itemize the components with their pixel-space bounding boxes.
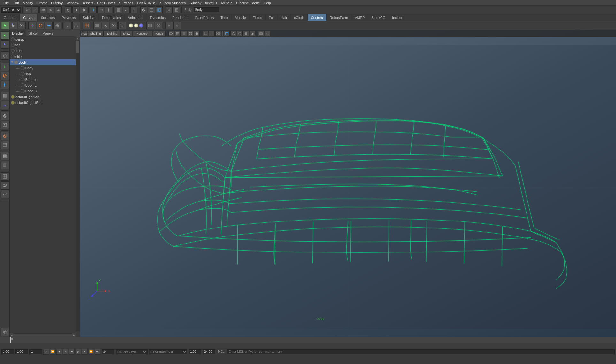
tool-snap-curve-btn[interactable] (102, 22, 109, 29)
toolbar-btn-ft[interactable]: FT (32, 6, 39, 13)
toolbar-snap-curve-btn[interactable] (123, 6, 130, 13)
tool-scale-mode-btn[interactable] (1, 81, 9, 89)
vp-menu-shading[interactable]: Shading (88, 31, 104, 36)
tool-paint-select-btn[interactable] (18, 22, 26, 29)
tool-snap-view-btn[interactable] (118, 22, 126, 29)
mel-input[interactable] (227, 349, 615, 354)
menu-pipeline-cache[interactable]: Pipeline Cache (234, 0, 262, 6)
outliner-item-top-child[interactable]: —○ Top (10, 71, 80, 77)
pb-last-frame-btn[interactable]: ⏭ (95, 349, 100, 355)
tab-rendering[interactable]: Rendering (169, 14, 192, 21)
menu-edit-nurbs[interactable]: Edit NURBS (135, 0, 158, 6)
vp-smooth-preview-btn[interactable] (243, 31, 249, 36)
toolbar-snap-grid-btn[interactable] (115, 6, 122, 13)
menu-modify[interactable]: Modify (21, 0, 35, 6)
toolbar-btn-cp[interactable]: CP (24, 6, 31, 13)
toolbar-history-btn[interactable] (140, 6, 147, 13)
outliner-item-persp[interactable]: persp (10, 36, 80, 42)
tab-deformation[interactable]: Deformation (99, 14, 125, 21)
toolbar-lasso-btn[interactable] (72, 6, 79, 13)
tab-muscle[interactable]: Muscle (232, 14, 250, 21)
tab-curves[interactable]: Curves (20, 14, 38, 21)
tool-soft-mod-btn[interactable] (64, 22, 72, 29)
tool-universal-btn[interactable] (53, 22, 61, 29)
menu-ticket01[interactable]: ticket01 (204, 0, 219, 6)
toolbar-rotate-btn[interactable] (97, 6, 104, 13)
toolbar-scale-btn[interactable] (105, 6, 112, 13)
tool-select-btn[interactable] (1, 22, 9, 29)
tab-fur[interactable]: Fur (266, 14, 278, 21)
vp-menu-panels[interactable]: Panels (153, 31, 166, 36)
character-set-select[interactable]: No Character Set (149, 349, 187, 354)
toolbar-xray-btn[interactable] (166, 6, 173, 13)
tab-fluids[interactable]: Fluids (250, 14, 266, 21)
vp-viewport4-btn[interactable] (215, 31, 221, 36)
outliner-vscrollbar[interactable]: ▲ (76, 36, 80, 331)
current-time-input[interactable]: 1.00 (15, 349, 28, 354)
tool-boolean-btn[interactable] (1, 181, 9, 190)
tab-stockcg[interactable]: StockCG (368, 14, 389, 21)
object-name-input[interactable] (194, 7, 219, 12)
tool-edit-btn[interactable] (1, 328, 9, 336)
tool-component-mode-btn[interactable] (1, 40, 9, 49)
tool-paint-selection-btn[interactable] (1, 51, 9, 60)
vp-menu-show[interactable]: Show (121, 31, 132, 36)
pb-next-frame-btn[interactable]: ▶ (82, 349, 88, 355)
tab-dynamics[interactable]: Dynamics (147, 14, 169, 21)
tool-rotate-mode-btn[interactable] (1, 72, 9, 80)
timeline-playhead[interactable] (10, 337, 11, 343)
menu-edit-curves[interactable]: Edit Curves (95, 0, 117, 6)
tab-indigo[interactable]: Indigo (389, 14, 405, 21)
pb-prev-key-btn[interactable]: ⏪ (50, 349, 56, 355)
car-viewport-area[interactable]: X Y Z persp (80, 37, 616, 337)
tool-display-settings-btn[interactable] (155, 22, 162, 29)
vp-wireframe-btn[interactable] (175, 31, 181, 36)
tool-grid-btn[interactable] (1, 161, 9, 169)
outliner-item-body-group[interactable]: Body (10, 59, 80, 65)
pb-prev-frame-btn[interactable]: ◀ (56, 349, 62, 355)
vp-light-btn[interactable] (194, 31, 200, 36)
vp-backface-btn[interactable] (230, 31, 236, 36)
tool-move-mode-btn[interactable] (1, 63, 9, 71)
menu-window[interactable]: Window (65, 0, 81, 6)
vp-ncloth-btn[interactable] (265, 31, 270, 36)
toolbar-btn-hist[interactable]: Hist (39, 6, 46, 13)
pb-play-fwd-btn[interactable]: ▷ (75, 349, 81, 355)
tool-render-btn[interactable] (1, 121, 9, 129)
tab-polygons[interactable]: Polygons (58, 14, 79, 21)
tab-ncloth[interactable]: nCloth (291, 14, 308, 21)
outliner-item-side[interactable]: side (10, 54, 80, 59)
toolbar-move-btn[interactable] (90, 6, 97, 13)
tool-scale-btn[interactable] (45, 22, 53, 29)
panel-tab-display[interactable]: Display (10, 30, 26, 36)
menu-edit[interactable]: Edit (11, 0, 21, 6)
tool-frame-all-btn[interactable]: ⊞ (165, 22, 173, 29)
vp-texture-btn[interactable] (188, 31, 193, 36)
menu-surfaces[interactable]: Surfaces (117, 0, 135, 6)
tool-deform-btn[interactable] (1, 190, 9, 198)
tool-sculpt-btn[interactable] (72, 22, 80, 29)
tool-component-btn[interactable] (10, 22, 17, 29)
scroll-up-btn[interactable]: ▲ (76, 36, 80, 40)
scroll-right-btn[interactable]: ▶ (72, 333, 76, 337)
viewport[interactable]: View Shading Lighting Show Renderer Pane… (80, 30, 616, 337)
toolbar-paint-btn[interactable] (80, 6, 87, 13)
toolbar-wireframe-btn[interactable] (173, 6, 180, 13)
tab-general[interactable]: General (1, 14, 20, 21)
range-end-val-input[interactable] (102, 349, 114, 354)
vp-hud-btn[interactable]: H (209, 31, 215, 36)
timeline-ruler[interactable]: 1 2 3 4 5 6 7 8 9 10 11 12 13 14 15 16 1… (0, 337, 616, 343)
outliner-scroll-thumb[interactable] (76, 41, 79, 53)
tab-surfaces[interactable]: Surfaces (38, 14, 58, 21)
outliner-item-front[interactable]: front (10, 48, 80, 54)
vp-image-plane-btn[interactable] (258, 31, 264, 36)
outliner-item-door-l[interactable]: —○ Door_L (10, 82, 80, 88)
vp-menu-renderer[interactable]: Renderer (133, 31, 152, 36)
outliner-item-default-light-set[interactable]: defaultLightSet (10, 94, 80, 100)
tool-show-manipulator-btn[interactable] (83, 22, 90, 29)
tool-subdivide-btn[interactable] (1, 172, 9, 181)
scroll-left-btn[interactable]: ◀ (10, 333, 13, 337)
tool-renderer-settings-btn[interactable] (146, 22, 154, 29)
tab-subdivs[interactable]: Subdivs (80, 14, 99, 21)
tab-animation[interactable]: Animation (125, 14, 147, 21)
